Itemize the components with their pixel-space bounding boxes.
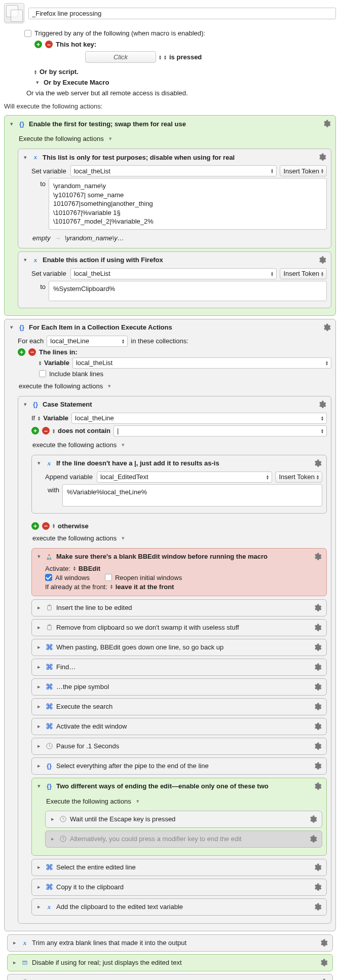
branch-type-menu[interactable] (53, 523, 55, 528)
gear-button[interactable] (312, 552, 322, 562)
gear-button[interactable] (312, 642, 322, 652)
all-windows-checkbox[interactable] (45, 574, 52, 581)
variable-name-field[interactable]: local_EditedText (97, 471, 272, 483)
foreach-variable-field[interactable]: local_theLine (47, 336, 128, 347)
gear-button[interactable] (321, 322, 331, 333)
disclose-toggle[interactable] (50, 816, 56, 822)
action-collapsed[interactable]: Execute the search (31, 698, 327, 715)
source-type-menu[interactable] (39, 360, 41, 366)
action-foreach[interactable]: For Each Item in a Collection Execute Ac… (4, 319, 336, 931)
action-collapsed[interactable]: Disable if using for real; just displays… (7, 954, 333, 971)
if-source-menu[interactable] (38, 416, 40, 421)
disclose-toggle[interactable] (36, 644, 42, 650)
insert-token-menu[interactable]: Insert Token (280, 268, 327, 279)
gear-button[interactable] (318, 938, 328, 948)
disclose-toggle[interactable] (36, 553, 42, 560)
disclose-toggle[interactable] (36, 783, 42, 789)
variable-value-field[interactable]: %SystemClipboard% (49, 281, 327, 301)
if-variable-field[interactable]: local_theLine (71, 413, 327, 424)
triggered-checkbox[interactable] (24, 30, 31, 37)
action-collapsed[interactable]: Pause for .1 Seconds (31, 738, 327, 755)
gear-button[interactable] (312, 458, 322, 468)
action-collapsed[interactable]: Insert the line to be edited (31, 599, 327, 616)
action-collapsed[interactable]: Find… (31, 659, 327, 676)
action-append-variable[interactable]: If the line doesn't have a |, just add i… (31, 455, 327, 514)
reopen-checkbox[interactable] (105, 574, 112, 581)
action-collapsed[interactable]: Remove from clipboard so we don't swamp … (31, 619, 327, 636)
gear-button[interactable] (312, 603, 322, 613)
macro-icon[interactable] (4, 3, 24, 23)
gear-button[interactable] (318, 977, 328, 980)
disclose-toggle[interactable] (36, 703, 42, 710)
add-condition-button[interactable] (31, 427, 39, 434)
group-enable-first[interactable]: Enable the first for testing; swap them … (4, 115, 336, 316)
action-collapsed[interactable]: Select everything after the pipe to the … (31, 757, 327, 775)
action-case[interactable]: Case Statement If Variable local_theLine… (18, 396, 331, 924)
action-set-testlist[interactable]: This list is only for test purposes; dis… (18, 149, 331, 248)
gear-button[interactable] (308, 814, 318, 824)
action-wait-escape[interactable]: Wait until the Escape key is pressed (45, 811, 322, 828)
gear-button[interactable] (312, 702, 322, 712)
action-collapsed[interactable]: Trim any extra blank lines that made it … (7, 934, 333, 952)
press-mode-dropdown[interactable] (164, 55, 166, 60)
macro-title-field[interactable] (28, 8, 336, 19)
gear-button[interactable] (317, 255, 327, 265)
hotkey-dropdown[interactable] (159, 55, 161, 60)
action-collapsed[interactable]: Copy it to the clipboard (31, 879, 327, 896)
action-collapsed[interactable]: Set clipboard to the edited text (7, 974, 333, 980)
variable-name-field[interactable]: local_theList (70, 165, 277, 176)
disclose-toggle[interactable] (12, 939, 18, 946)
group-menu[interactable] (122, 535, 125, 541)
group-menu[interactable] (109, 135, 112, 142)
variable-value-field[interactable]: %Variable%local_theLine% (62, 484, 322, 506)
include-blank-checkbox[interactable] (39, 370, 46, 377)
disclose-toggle[interactable] (36, 743, 42, 749)
disclose-toggle[interactable] (36, 864, 42, 870)
gear-button[interactable] (312, 862, 322, 873)
action-activate-bbedit[interactable]: Make sure there's a blank BBEdit window … (31, 548, 327, 596)
disclose-toggle[interactable] (36, 723, 42, 730)
disclose-toggle[interactable] (22, 257, 28, 263)
remove-condition-button[interactable] (42, 427, 50, 434)
group-menu[interactable] (108, 383, 111, 389)
app-picker[interactable] (73, 566, 75, 571)
action-collapsed[interactable]: Select the entire edited line (31, 859, 327, 876)
add-branch-button[interactable] (31, 522, 39, 530)
insert-token-menu[interactable]: Insert Token (275, 471, 322, 483)
action-alt-modifier-disabled[interactable]: Alternatively, you could press a modifie… (45, 830, 322, 848)
group-menu[interactable] (122, 442, 125, 448)
add-collection-button[interactable] (18, 348, 25, 356)
action-collapsed[interactable]: Add the clipboard to the edited text var… (31, 898, 327, 916)
remove-collection-button[interactable] (28, 348, 36, 356)
gear-button[interactable] (312, 721, 322, 732)
insert-token-menu[interactable]: Insert Token (280, 165, 327, 176)
disclose-toggle[interactable] (36, 683, 42, 690)
condition-value-field[interactable]: | (114, 425, 327, 437)
remove-branch-button[interactable] (42, 522, 50, 530)
front-behavior-menu[interactable] (110, 584, 112, 589)
disclose-toggle[interactable] (22, 401, 28, 408)
variable-value-field[interactable]: \yrandom_name\y \y1010767| some_name 101… (49, 178, 327, 230)
or-script-toggle[interactable] (34, 69, 36, 75)
hotkey-field[interactable]: Click (85, 51, 156, 63)
add-trigger-button[interactable] (34, 41, 42, 48)
disclose-toggle[interactable] (36, 604, 42, 611)
disclose-toggle[interactable] (9, 121, 15, 127)
remove-trigger-button[interactable] (45, 41, 53, 48)
action-set-firefox-disabled[interactable]: Enable this action if using with Firefox… (18, 251, 331, 308)
gear-button[interactable] (312, 682, 322, 692)
disclose-toggle[interactable] (36, 624, 42, 631)
disclose-toggle[interactable] (36, 763, 42, 769)
disclose-toggle[interactable] (36, 884, 42, 890)
gear-button[interactable] (312, 902, 322, 912)
gear-button[interactable] (312, 662, 322, 672)
disclose-toggle[interactable] (36, 664, 42, 670)
variable-name-field[interactable]: local_theList (70, 268, 277, 279)
action-collapsed[interactable]: …the pipe symbol (31, 678, 327, 696)
gear-button[interactable] (318, 958, 328, 968)
action-collapsed[interactable]: When pasting, BBEdit goes down one line,… (31, 639, 327, 656)
disclose-toggle[interactable] (9, 324, 15, 331)
gear-button[interactable] (312, 623, 322, 633)
gear-button[interactable] (312, 882, 322, 892)
gear-button[interactable] (317, 400, 327, 410)
